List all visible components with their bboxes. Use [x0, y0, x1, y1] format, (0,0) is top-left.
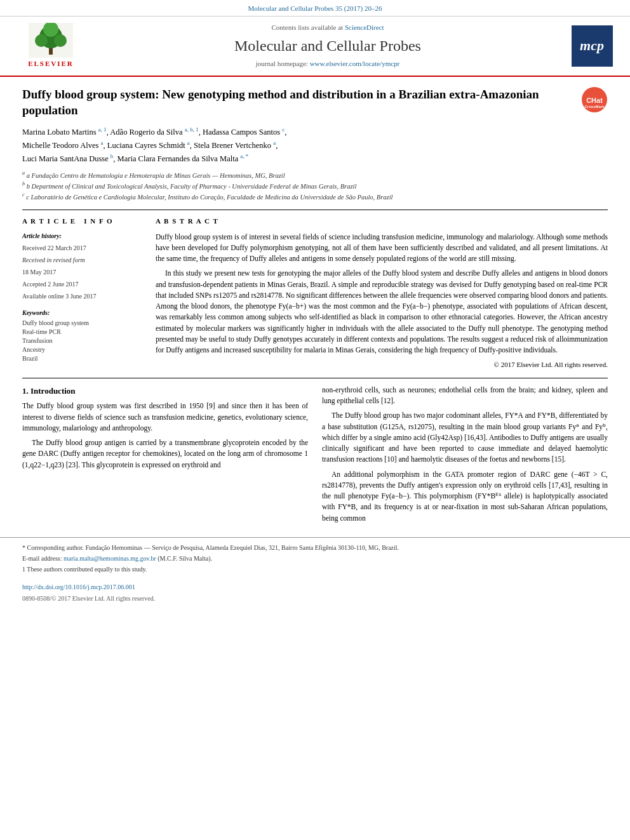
footnotes: * Corresponding author. Fundação Hemomin…: [0, 537, 630, 580]
journal-top-bar: Molecular and Cellular Probes 35 (2017) …: [0, 0, 630, 17]
journal-header: ELSEVIER Contents lists available at Sci…: [0, 17, 630, 76]
elsevier-branding: ELSEVIER: [13, 23, 89, 69]
corresponding-author: * Corresponding author. Fundação Hemomin…: [22, 543, 608, 552]
doi-line: http://dx.doi.org/10.1016/j.mcp.2017.06.…: [0, 580, 630, 593]
intro-para-5: An additional polymorphism in the GATA p…: [322, 469, 608, 524]
elsevier-tree-icon: [29, 23, 73, 58]
body-columns: 1. Introduction The Duffy blood group sy…: [22, 385, 608, 528]
revised-label-row: Received in revised form: [22, 254, 143, 265]
article-info-heading: A R T I C L E I N F O: [22, 217, 143, 226]
sciencedirect-label: Contents lists available at ScienceDirec…: [89, 23, 566, 32]
abstract-paragraph-1: Duffy blood group system is of interest …: [156, 232, 608, 265]
accepted-row: Accepted 2 June 2017: [22, 278, 143, 290]
revised-date-row: 18 May 2017: [22, 266, 143, 277]
mcp-logo-box: mcp: [572, 25, 613, 67]
crossmark-icon[interactable]: CHat CrossMark: [581, 86, 608, 113]
info-abstract-section: A R T I C L E I N F O Article history: R…: [22, 210, 608, 370]
email-footnote: E-mail address: maria.malta@hemominas.mg…: [22, 554, 608, 563]
history-label: Article history:: [22, 232, 143, 241]
issn-line: 0890-8508/© 2017 Elsevier Ltd. All right…: [0, 593, 630, 607]
article-content: Duffy blood group system: New genotyping…: [0, 77, 630, 537]
introduction-heading: 1. Introduction: [22, 385, 308, 397]
doi-link[interactable]: http://dx.doi.org/10.1016/j.mcp.2017.06.…: [22, 583, 135, 590]
copyright: © 2017 Elsevier Ltd. All rights reserved…: [156, 359, 608, 370]
article-title-text: Duffy blood group system: New genotyping…: [22, 86, 581, 119]
page: Molecular and Cellular Probes 35 (2017) …: [0, 0, 630, 840]
body-left-col: 1. Introduction The Duffy blood group sy…: [22, 385, 308, 528]
body-right-col: non-erythroid cells, such as neurones; e…: [322, 385, 608, 528]
journal-header-center: Contents lists available at ScienceDirec…: [89, 23, 566, 69]
affiliations: a a Fundação Centro de Hematologia e Hem…: [22, 170, 608, 203]
keyword-1: Duffy blood group system: [22, 319, 143, 328]
journal-homepage-link[interactable]: www.elsevier.com/locate/ymcpr: [310, 60, 400, 67]
email-link[interactable]: maria.malta@hemominas.mg.gov.br: [64, 555, 156, 562]
svg-text:CrossMark: CrossMark: [584, 105, 605, 109]
keywords-section: Keywords: Duffy blood group system Real-…: [22, 309, 143, 363]
elsevier-logo: ELSEVIER: [28, 23, 74, 69]
article-info-column: A R T I C L E I N F O Article history: R…: [22, 217, 143, 370]
body-divider: [22, 378, 608, 378]
intro-para-3: non-erythroid cells, such as neurones; e…: [322, 385, 608, 407]
abstract-text: Duffy blood group system is of interest …: [156, 232, 608, 370]
elsevier-label: ELSEVIER: [28, 59, 74, 69]
article-title-row: Duffy blood group system: New genotyping…: [22, 86, 608, 119]
intro-para-4: The Duffy blood group has two major codo…: [322, 410, 608, 465]
abstract-column: A B S T R A C T Duffy blood group system…: [156, 217, 608, 370]
sciencedirect-link[interactable]: ScienceDirect: [345, 23, 384, 31]
keyword-5: Brazil: [22, 354, 143, 363]
available-row: Available online 3 June 2017: [22, 290, 143, 302]
received-row: Received 22 March 2017: [22, 242, 143, 253]
journal-homepage: journal homepage: www.elsevier.com/locat…: [89, 59, 566, 69]
journal-logo-right: mcp: [566, 25, 617, 67]
abstract-paragraph-2: In this study we present new tests for g…: [156, 268, 608, 356]
equal-contribution-note: 1 These authors contributed equally to t…: [22, 564, 608, 574]
intro-para-2: The Duffy blood group antigen is carried…: [22, 437, 308, 470]
svg-point-3: [35, 34, 48, 47]
keyword-3: Transfusion: [22, 337, 143, 345]
svg-point-4: [54, 34, 67, 47]
keywords-label: Keywords:: [22, 309, 143, 317]
svg-text:CHat: CHat: [586, 97, 603, 104]
journal-title: Molecular and Cellular Probes: [89, 36, 566, 57]
abstract-heading: A B S T R A C T: [156, 217, 608, 226]
authors: Marina Lobato Martins a, 1, Adão Rogerio…: [22, 125, 608, 165]
intro-para-1: The Duffy blood group system was first d…: [22, 401, 308, 434]
keyword-4: Ancestry: [22, 345, 143, 354]
journal-citation: Molecular and Cellular Probes 35 (2017) …: [248, 4, 382, 12]
keyword-2: Real-time PCR: [22, 328, 143, 337]
